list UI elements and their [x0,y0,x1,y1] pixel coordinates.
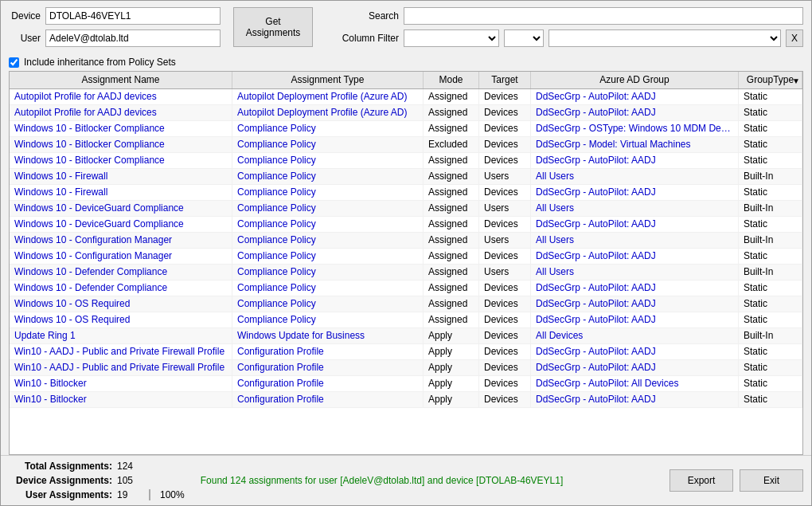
table-cell[interactable]: Windows 10 - Defender Compliance [10,280,232,296]
table-cell[interactable]: Windows 10 - DeviceGuard Compliance [10,217,232,232]
table-row[interactable]: Windows 10 - OS RequiredCompliance Polic… [10,312,802,328]
user-input[interactable] [45,29,221,47]
clear-filter-button[interactable]: X [786,29,803,47]
table-cell: Static [739,185,802,200]
table-cell[interactable]: Windows 10 - Configuration Manager [10,249,232,264]
table-row[interactable]: Windows 10 - Bitlocker ComplianceComplia… [10,121,802,137]
table-cell[interactable]: Compliance Policy [232,265,424,280]
table-cell[interactable]: DdSecGrp - AutoPilot: All Devices [531,376,739,391]
table-cell[interactable]: DdSecGrp - AutoPilot: AADJ [531,296,739,312]
table-cell[interactable]: Compliance Policy [232,137,424,152]
table-cell[interactable]: Compliance Policy [232,185,424,200]
table-cell[interactable]: Configuration Profile [232,392,424,407]
table-row[interactable]: Win10 - AADJ - Public and Private Firewa… [10,360,802,376]
table-cell[interactable]: Compliance Policy [232,121,424,136]
table-cell[interactable]: Windows 10 - OS Required [10,296,232,312]
table-cell[interactable]: Autopilot Deployment Profile (Azure AD) [232,89,424,104]
table-cell: Assigned [424,280,479,296]
table-cell[interactable]: Windows 10 - Bitlocker Compliance [10,137,232,152]
exit-button[interactable]: Exit [740,469,803,492]
search-label: Search [335,10,399,22]
table-cell[interactable]: All Users [531,265,739,280]
table-row[interactable]: Win10 - BitlockerConfiguration ProfileAp… [10,376,802,392]
inheritance-checkbox[interactable] [9,57,19,68]
table-cell[interactable]: Compliance Policy [232,169,424,184]
export-button[interactable]: Export [670,469,733,492]
table-cell[interactable]: DdSecGrp - AutoPilot: AADJ [531,249,739,264]
table-row[interactable]: Autopilot Profile for AADJ devicesAutopi… [10,89,802,105]
table-cell[interactable]: DdSecGrp - AutoPilot: AADJ [531,360,739,375]
table-cell[interactable]: Windows 10 - Firewall [10,169,232,184]
table-cell[interactable]: All Users [531,169,739,184]
table-cell[interactable]: Compliance Policy [232,233,424,248]
table-row[interactable]: Windows 10 - Defender ComplianceComplian… [10,280,802,296]
table-row[interactable]: Autopilot Profile for AADJ devicesAutopi… [10,105,802,121]
table-row[interactable]: Windows 10 - Bitlocker ComplianceComplia… [10,137,802,153]
table-cell[interactable]: Configuration Profile [232,360,424,375]
table-cell[interactable]: Windows 10 - Bitlocker Compliance [10,121,232,136]
table-cell[interactable]: DdSecGrp - AutoPilot: AADJ [531,392,739,407]
device-input[interactable] [45,7,221,25]
table-cell[interactable]: Compliance Policy [232,217,424,232]
status-message: Found 124 assignments for user [AdeleV@d… [193,475,662,486]
table-cell[interactable]: Update Ring 1 [10,328,232,343]
table-row[interactable]: Update Ring 1Windows Update for Business… [10,328,802,344]
table-cell[interactable]: Windows 10 - OS Required [10,312,232,328]
table-cell[interactable]: All Users [531,233,739,248]
table-cell[interactable]: DdSecGrp - OSType: Windows 10 MDM Device… [531,121,739,136]
table-cell[interactable]: DdSecGrp - AutoPilot: AADJ [531,185,739,200]
column-filter-select2[interactable] [504,29,544,47]
table-row[interactable]: Windows 10 - DeviceGuard ComplianceCompl… [10,201,802,217]
table-cell[interactable]: DdSecGrp - AutoPilot: AADJ [531,89,739,104]
table-row[interactable]: Windows 10 - Defender ComplianceComplian… [10,265,802,280]
table-cell[interactable]: Windows 10 - Bitlocker Compliance [10,153,232,168]
table-cell[interactable]: Win10 - AADJ - Public and Private Firewa… [10,360,232,375]
table-cell[interactable]: DdSecGrp - Model: Virtual Machines [531,137,739,152]
table-cell[interactable]: Windows 10 - DeviceGuard Compliance [10,201,232,216]
table-row[interactable]: Windows 10 - OS RequiredCompliance Polic… [10,296,802,312]
table-cell[interactable]: Autopilot Deployment Profile (Azure AD) [232,105,424,120]
search-input[interactable] [404,7,803,25]
col-header-grouptype: GroupType ▼ [739,72,802,88]
table-cell[interactable]: Win10 - Bitlocker [10,376,232,391]
table-cell[interactable]: DdSecGrp - AutoPilot: AADJ [531,105,739,120]
table-cell[interactable]: Win10 - AADJ - Public and Private Firewa… [10,344,232,359]
column-filter-select3[interactable] [548,29,781,47]
table-cell[interactable]: Compliance Policy [232,312,424,328]
table-row[interactable]: Win10 - AADJ - Public and Private Firewa… [10,344,802,360]
table-row[interactable]: Windows 10 - FirewallCompliance PolicyAs… [10,169,802,185]
table-cell[interactable]: Compliance Policy [232,201,424,216]
table-cell: Assigned [424,296,479,312]
table-cell[interactable]: Win10 - Bitlocker [10,392,232,407]
table-cell[interactable]: Windows 10 - Firewall [10,185,232,200]
col-header-target: Target [479,72,531,88]
table-cell[interactable]: DdSecGrp - AutoPilot: AADJ [531,280,739,296]
table-cell[interactable]: DdSecGrp - AutoPilot: AADJ [531,217,739,232]
table-cell[interactable]: DdSecGrp - AutoPilot: AADJ [531,312,739,328]
table-row[interactable]: Windows 10 - Configuration ManagerCompli… [10,233,802,249]
table-cell[interactable]: Compliance Policy [232,153,424,168]
table-cell[interactable]: Configuration Profile [232,344,424,359]
table-cell[interactable]: All Users [531,201,739,216]
table-cell[interactable]: All Devices [531,328,739,343]
table-row[interactable]: Windows 10 - Bitlocker ComplianceComplia… [10,153,802,169]
table-row[interactable]: Windows 10 - Configuration ManagerCompli… [10,249,802,265]
table-cell[interactable]: Windows Update for Business [232,328,424,343]
column-filter-select1[interactable] [404,29,499,47]
table-body[interactable]: Autopilot Profile for AADJ devicesAutopi… [10,89,802,454]
table-cell[interactable]: Configuration Profile [232,376,424,391]
table-cell[interactable]: Compliance Policy [232,249,424,264]
get-assignments-button[interactable]: Get Assignments [233,7,313,47]
table-row[interactable]: Win10 - BitlockerConfiguration ProfileAp… [10,392,802,408]
table-cell[interactable]: Autopilot Profile for AADJ devices [10,89,232,104]
table-cell[interactable]: DdSecGrp - AutoPilot: AADJ [531,153,739,168]
table-cell[interactable]: Windows 10 - Configuration Manager [10,233,232,248]
table-row[interactable]: Windows 10 - FirewallCompliance PolicyAs… [10,185,802,201]
table-cell[interactable]: Compliance Policy [232,280,424,296]
table-cell[interactable]: Autopilot Profile for AADJ devices [10,105,232,120]
table-row[interactable]: Windows 10 - DeviceGuard ComplianceCompl… [10,217,802,233]
table-cell[interactable]: Compliance Policy [232,296,424,312]
device-user-fields: Device User [9,7,221,47]
table-cell[interactable]: DdSecGrp - AutoPilot: AADJ [531,344,739,359]
table-cell[interactable]: Windows 10 - Defender Compliance [10,265,232,280]
